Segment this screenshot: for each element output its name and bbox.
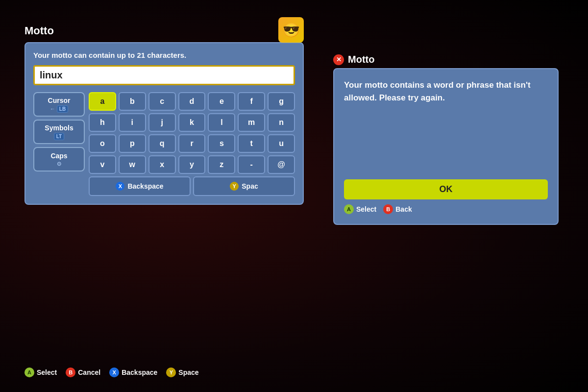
- key-h[interactable]: h: [89, 113, 116, 132]
- panel-header: Motto 😎: [24, 24, 304, 37]
- y-button-icon: Y: [230, 182, 239, 191]
- cursor-sub-label: ← LB: [50, 105, 68, 113]
- key-d[interactable]: d: [178, 92, 206, 111]
- key-x[interactable]: x: [148, 155, 176, 174]
- key-at[interactable]: @: [268, 155, 295, 174]
- hint-select: A Select: [24, 368, 57, 377]
- dialog-select-label: Select: [356, 205, 376, 213]
- x-button-hint-icon: X: [109, 368, 119, 377]
- a-button-hint-icon: A: [24, 368, 34, 377]
- ok-button[interactable]: OK: [344, 179, 548, 199]
- hint-cancel-label: Cancel: [78, 368, 100, 376]
- hint-space-label: Space: [178, 368, 198, 376]
- key-c[interactable]: c: [148, 92, 176, 111]
- panel-title-text: Motto: [24, 24, 54, 37]
- key-dash[interactable]: -: [238, 155, 265, 174]
- error-dialog: ✕ Motto Your motto contains a word or ph…: [333, 54, 559, 225]
- key-y[interactable]: y: [178, 155, 206, 174]
- close-icon: ✕: [333, 54, 344, 65]
- key-a[interactable]: a: [89, 92, 116, 111]
- dialog-a-button-icon: A: [344, 204, 354, 214]
- caps-key[interactable]: Caps ⊙: [33, 147, 85, 172]
- key-k[interactable]: k: [178, 113, 206, 132]
- dialog-hint-back: B Back: [383, 204, 412, 214]
- dialog-hint-select: A Select: [344, 204, 376, 214]
- key-o[interactable]: o: [89, 134, 116, 153]
- key-n[interactable]: n: [268, 113, 295, 132]
- dialog-b-button-icon: B: [383, 204, 393, 214]
- avatar: 😎: [278, 17, 304, 43]
- key-p[interactable]: p: [119, 134, 146, 153]
- dialog-back-label: Back: [395, 205, 412, 213]
- keyboard-container: Your motto can contain up to 21 characte…: [24, 42, 304, 205]
- dialog-actions: OK A Select B Back: [344, 179, 548, 214]
- bottom-keys-row: X Backspace Y Spac: [89, 176, 295, 196]
- symbols-sub-label: LT: [54, 133, 64, 140]
- dialog-title-bar: ✕ Motto: [333, 54, 559, 65]
- dialog-message: Your motto contains a word or phrase tha…: [344, 79, 548, 104]
- cursor-key[interactable]: Cursor ← LB: [33, 92, 85, 117]
- symbols-key[interactable]: Symbols LT: [33, 120, 85, 144]
- key-r[interactable]: r: [178, 134, 206, 153]
- key-j[interactable]: j: [148, 113, 176, 132]
- hint-space: Y Space: [166, 368, 198, 377]
- b-button-hint-icon: B: [66, 368, 75, 377]
- key-s[interactable]: s: [208, 134, 235, 153]
- motto-info-text: Your motto can contain up to 21 characte…: [33, 51, 295, 59]
- hint-backspace: X Backspace: [109, 368, 157, 377]
- hint-cancel: B Cancel: [66, 368, 100, 377]
- key-z[interactable]: z: [208, 155, 235, 174]
- key-v[interactable]: v: [89, 155, 116, 174]
- space-key[interactable]: Y Spac: [193, 176, 295, 196]
- key-m[interactable]: m: [238, 113, 265, 132]
- backspace-key[interactable]: X Backspace: [89, 176, 191, 196]
- key-u[interactable]: u: [268, 134, 295, 153]
- motto-input[interactable]: linux: [33, 65, 295, 85]
- dialog-title-text: Motto: [348, 54, 374, 65]
- key-e[interactable]: e: [208, 92, 235, 111]
- bottom-hints-left: A Select B Cancel X Backspace Y Space: [24, 368, 199, 377]
- key-b[interactable]: b: [119, 92, 146, 111]
- special-keys-column: Cursor ← LB Symbols LT Caps ⊙: [33, 92, 85, 196]
- x-button-icon: X: [116, 182, 124, 191]
- dialog-body: Your motto contains a word or phrase tha…: [333, 68, 559, 225]
- letter-grid: a b c d e f g h i j k l m n o: [89, 92, 295, 174]
- key-i[interactable]: i: [119, 113, 146, 132]
- keyboard-panel: Motto 😎 Your motto can contain up to 21 …: [24, 24, 304, 205]
- hint-backspace-label: Backspace: [122, 368, 157, 376]
- y-button-hint-icon: Y: [166, 368, 176, 377]
- keyboard-area: Cursor ← LB Symbols LT Caps ⊙: [33, 92, 295, 196]
- dialog-bottom-hints: A Select B Back: [344, 204, 548, 214]
- key-w[interactable]: w: [119, 155, 146, 174]
- hint-select-label: Select: [37, 368, 57, 376]
- key-l[interactable]: l: [208, 113, 235, 132]
- caps-sub-icon: ⊙: [57, 161, 61, 167]
- letter-keys-area: a b c d e f g h i j k l m n o: [89, 92, 295, 196]
- key-q[interactable]: q: [148, 134, 176, 153]
- key-f[interactable]: f: [238, 92, 265, 111]
- key-g[interactable]: g: [268, 92, 295, 111]
- key-t[interactable]: t: [238, 134, 265, 153]
